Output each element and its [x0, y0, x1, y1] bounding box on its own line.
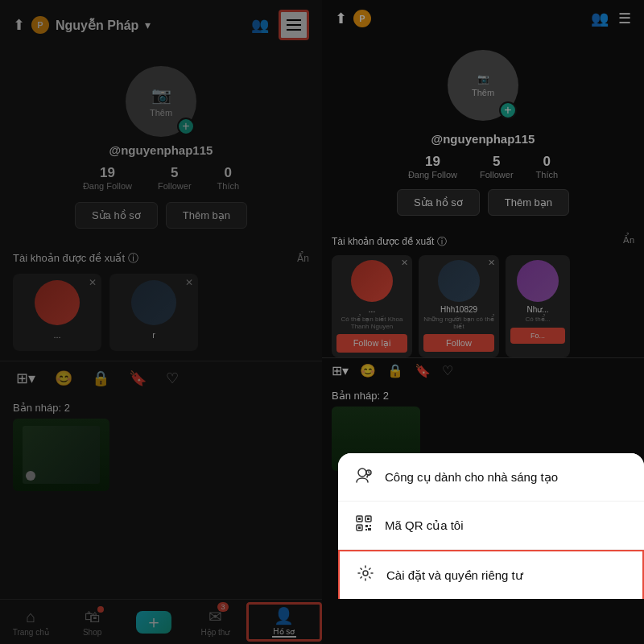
right-close-2-icon: ✕ — [488, 258, 495, 268]
right-stat-follower-label: Follower — [480, 170, 514, 180]
right-profile-section: 📷 Thêm + @nguyenphap115 19 Đang Follow 5… — [322, 37, 644, 235]
settings-menu-item[interactable]: Cài đặt và quyền riêng tư — [338, 550, 644, 599]
right-tab-grid-icon: ⊞▾ — [332, 363, 349, 378]
right-add-friend-button: Thêm bạn — [488, 189, 569, 216]
right-add-badge: + — [499, 101, 517, 119]
dropdown-overlay[interactable] — [0, 0, 322, 644]
svg-rect-5 — [367, 518, 369, 520]
right-people-icon: 👥 — [591, 10, 609, 27]
right-card-2: ✕ Hhh10829 Những người bạn có thể biết F… — [419, 255, 499, 357]
svg-rect-9 — [369, 525, 371, 526]
creator-tools-label: Công cụ dành cho nhà sáng tạo — [385, 470, 558, 485]
right-action-buttons: Sửa hồ sơ Thêm bạn — [397, 189, 569, 216]
right-hide-button: Ẩn — [623, 235, 634, 249]
right-card-avatar-1 — [351, 260, 393, 302]
creator-tools-icon — [354, 466, 374, 488]
right-draft-label: Bản nháp: 2 — [332, 390, 634, 402]
right-header: ⬆ P 👥 ☰ — [322, 0, 644, 37]
right-tab-bookmark-icon: 🔖 — [415, 363, 431, 378]
qr-code-menu-item[interactable]: Mã QR của tôi — [338, 502, 644, 550]
settings-label: Cài đặt và quyền riêng tư — [386, 568, 523, 583]
right-follow-btn-2: Follow — [423, 334, 494, 352]
right-follow-btn-3: Fo... — [510, 328, 565, 344]
right-header-left: ⬆ P — [335, 10, 371, 27]
right-stats-row: 19 Đang Follow 5 Follower 0 Thích — [408, 154, 558, 180]
svg-rect-11 — [368, 528, 371, 530]
right-stat-follower-value: 5 — [480, 154, 514, 170]
right-card-name-2: Hhh10829 — [423, 305, 494, 314]
right-tabs-row: ⊞▾ 😊 🔒 🔖 ♡ — [322, 357, 644, 383]
qr-code-label: Mã QR của tôi — [385, 518, 464, 533]
right-camera-icon: 📷 — [477, 73, 489, 85]
right-stat-likes-value: 0 — [536, 154, 559, 170]
svg-rect-7 — [358, 526, 361, 529]
dropdown-menu: Công cụ dành cho nhà sáng tạo Mã QR của … — [338, 453, 644, 599]
right-card-3: Như... Có thể... Fo... — [506, 255, 570, 357]
right-card-avatar-3 — [517, 260, 559, 302]
right-avatar-container: 📷 Thêm + — [448, 50, 518, 121]
svg-rect-8 — [365, 525, 368, 527]
right-premium-icon: P — [353, 10, 371, 27]
svg-rect-10 — [365, 529, 367, 530]
right-card-avatar-2 — [438, 260, 480, 302]
right-header-icons: 👥 ☰ — [591, 10, 631, 27]
right-card-desc-2: Những người bạn có thể biết — [423, 316, 494, 330]
right-stat-following-value: 19 — [408, 154, 457, 170]
right-tab-lock-icon: 🔒 — [387, 363, 403, 378]
right-card-desc-1: Có thể bạn biết Khoa Thanh Nguyen — [336, 316, 407, 330]
right-suggested-title: Tài khoản được đề xuất ⓘ — [332, 235, 447, 249]
right-stat-likes: 0 Thích — [536, 154, 559, 180]
right-stat-likes-label: Thích — [536, 170, 559, 180]
right-stat-follower: 5 Follower — [480, 154, 514, 180]
right-username: @nguyenphap115 — [431, 132, 535, 146]
right-close-1-icon: ✕ — [401, 258, 408, 268]
right-suggested-section: Tài khoản được đề xuất ⓘ Ẩn ✕ ... Có thể… — [322, 235, 644, 357]
right-stat-following: 19 Đang Follow — [408, 154, 457, 180]
right-suggested-cards: ✕ ... Có thể bạn biết Khoa Thanh Nguyen … — [332, 255, 634, 357]
right-card-name-3: Như... — [510, 305, 565, 314]
creator-tools-menu-item[interactable]: Công cụ dành cho nhà sáng tạo — [338, 453, 644, 502]
right-share-icon: ⬆ — [335, 10, 347, 27]
right-suggested-header: Tài khoản được đề xuất ⓘ Ẩn — [332, 235, 634, 249]
right-edit-profile-button: Sửa hồ sơ — [397, 189, 480, 216]
right-tab-heart-icon: ♡ — [442, 363, 453, 378]
right-follow-btn-1: Follow lại — [336, 334, 407, 353]
right-avatar-label: Thêm — [472, 88, 494, 97]
right-tab-emoji-icon: 😊 — [360, 363, 376, 378]
svg-rect-3 — [358, 518, 361, 520]
right-card-name-1: ... — [336, 305, 407, 314]
right-card-desc-3: Có thể... — [510, 316, 565, 323]
qr-code-icon — [354, 514, 374, 536]
right-stat-following-label: Đang Follow — [408, 170, 457, 180]
right-card-1: ✕ ... Có thể bạn biết Khoa Thanh Nguyen … — [332, 255, 412, 357]
settings-icon — [356, 564, 375, 586]
svg-point-12 — [363, 571, 368, 576]
svg-point-0 — [358, 469, 366, 477]
right-hamburger-icon: ☰ — [618, 10, 631, 27]
